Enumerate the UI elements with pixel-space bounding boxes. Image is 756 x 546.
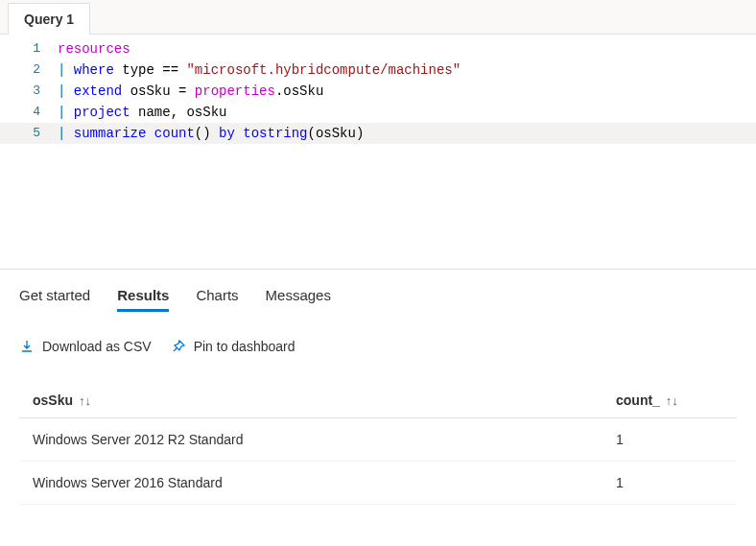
pin-dashboard-button[interactable]: Pin to dashboard <box>171 339 295 354</box>
column-header-count-label: count_ <box>616 392 660 408</box>
download-csv-label: Download as CSV <box>42 339 152 354</box>
column-header-count[interactable]: count_ ↑↓ <box>602 383 737 418</box>
tab-get-started[interactable]: Get started <box>19 287 90 312</box>
cell-ossku: Windows Server 2016 Standard <box>19 462 602 505</box>
editor-line[interactable]: 5| summarize count() by tostring(osSku) <box>0 123 756 144</box>
results-subtabs: Get started Results Charts Messages <box>19 287 737 312</box>
editor-line[interactable]: 1resources <box>0 38 756 59</box>
table-header-row: osSku ↑↓ count_ ↑↓ <box>19 383 737 418</box>
query-tab[interactable]: Query 1 <box>8 3 90 35</box>
code-editor[interactable]: 1resources2| where type == "microsoft.hy… <box>0 35 756 270</box>
pin-dashboard-label: Pin to dashboard <box>194 339 295 354</box>
cell-count: 1 <box>602 418 737 462</box>
code-content[interactable]: | summarize count() by tostring(osSku) <box>58 123 756 144</box>
sort-icon: ↑↓ <box>666 393 678 408</box>
tab-charts[interactable]: Charts <box>196 287 238 312</box>
sort-icon: ↑↓ <box>79 393 91 408</box>
results-panel: Get started Results Charts Messages Down… <box>0 270 756 522</box>
tab-results[interactable]: Results <box>117 287 169 312</box>
column-header-ossku-label: osSku <box>33 392 73 408</box>
table-row[interactable]: Windows Server 2016 Standard1 <box>19 462 737 505</box>
line-number: 3 <box>0 81 58 102</box>
results-table: osSku ↑↓ count_ ↑↓ Windows Server 2012 R… <box>19 383 737 505</box>
query-tab-header: Query 1 <box>0 0 756 35</box>
line-number: 1 <box>0 38 58 59</box>
code-content[interactable]: resources <box>58 38 756 59</box>
download-icon <box>19 339 35 354</box>
cell-count: 1 <box>602 462 737 505</box>
download-csv-button[interactable]: Download as CSV <box>19 339 152 354</box>
tab-messages[interactable]: Messages <box>266 287 331 312</box>
line-number: 2 <box>0 59 58 81</box>
table-row[interactable]: Windows Server 2012 R2 Standard1 <box>19 418 737 462</box>
editor-line[interactable]: 3| extend osSku = properties.osSku <box>0 81 756 102</box>
cell-ossku: Windows Server 2012 R2 Standard <box>19 418 602 462</box>
results-actions: Download as CSV Pin to dashboard <box>19 339 737 354</box>
code-content[interactable]: | project name, osSku <box>58 102 756 123</box>
editor-line[interactable]: 2| where type == "microsoft.hybridcomput… <box>0 59 756 81</box>
code-content[interactable]: | where type == "microsoft.hybridcompute… <box>58 59 756 81</box>
column-header-ossku[interactable]: osSku ↑↓ <box>19 383 602 418</box>
pin-icon <box>171 339 186 354</box>
code-content[interactable]: | extend osSku = properties.osSku <box>58 81 756 102</box>
editor-line[interactable]: 4| project name, osSku <box>0 102 756 123</box>
line-number: 5 <box>0 123 58 144</box>
line-number: 4 <box>0 102 58 123</box>
